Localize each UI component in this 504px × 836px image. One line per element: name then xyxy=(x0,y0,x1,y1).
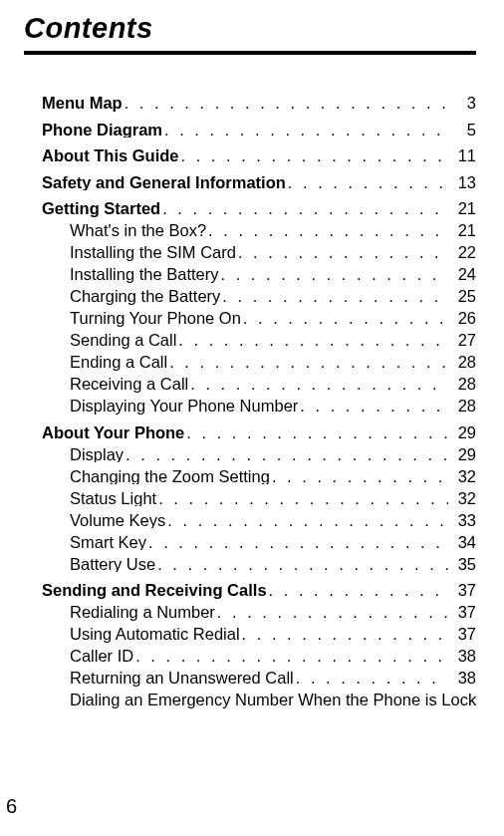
leader-dots xyxy=(179,147,449,164)
toc-label: Status Light xyxy=(70,490,156,507)
toc-label: About Your Phone xyxy=(42,424,184,441)
toc-label: Display xyxy=(70,446,124,463)
toc-page: 28 xyxy=(448,398,476,415)
toc-entry: About This Guide 11 xyxy=(24,147,476,164)
leader-dots xyxy=(162,122,448,139)
toc-label: Dialing an Emergency Number When the Pho… xyxy=(70,692,476,708)
toc-section: About This Guide 11 xyxy=(24,147,476,164)
leader-dots xyxy=(188,376,448,393)
toc-label: Receiving a Call xyxy=(70,376,188,393)
toc-subentry: Using Automatic Redial 37 xyxy=(24,626,476,643)
toc-section: Phone Diagram 5 xyxy=(24,122,476,139)
leader-dots xyxy=(160,200,448,217)
toc-subentry: Sending a Call 27 xyxy=(24,332,476,349)
toc-label: Sending and Receiving Calls xyxy=(42,582,267,599)
toc-label: Smart Key xyxy=(70,534,146,551)
toc-section: Sending and Receiving Calls 37 Redialing… xyxy=(24,582,476,708)
leader-dots xyxy=(165,512,448,529)
leader-dots xyxy=(133,648,448,665)
toc-label: Returning an Unanswered Call xyxy=(70,670,294,687)
leader-dots xyxy=(270,468,448,485)
toc-page: 21 xyxy=(448,222,476,239)
toc-page: 25 xyxy=(448,288,476,305)
toc-subentry: Changing the Zoom Setting 32 xyxy=(24,468,476,485)
toc-label: Sending a Call xyxy=(70,332,176,349)
toc-subentry: Charging the Battery 25 xyxy=(24,288,476,305)
toc-page: 28 xyxy=(448,376,476,393)
toc-subentry: Redialing a Number 37 xyxy=(24,604,476,621)
toc-subentry: Caller ID 38 xyxy=(24,648,476,665)
toc-subentry: Installing the Battery 24 xyxy=(24,266,476,283)
toc-entry: Menu Map 3 xyxy=(24,95,476,112)
leader-dots xyxy=(124,446,448,463)
toc-page: 38 xyxy=(448,648,476,665)
toc-subentry: Dialing an Emergency Number When the Pho… xyxy=(24,692,476,708)
toc-page: 29 xyxy=(448,446,476,463)
toc-subentry: Displaying Your Phone Number 28 xyxy=(24,398,476,415)
toc-page: 37 xyxy=(448,604,476,621)
toc-page: 35 xyxy=(448,556,476,573)
toc-page: 32 xyxy=(448,490,476,507)
toc-page: 28 xyxy=(448,354,476,371)
leader-dots xyxy=(155,556,448,573)
leader-dots xyxy=(298,398,448,415)
toc-subentry: Installing the SIM Card 22 xyxy=(24,244,476,261)
leader-dots xyxy=(220,288,448,305)
toc-page: 37 xyxy=(448,626,476,643)
toc-subentry: Receiving a Call 28 xyxy=(24,376,476,393)
leader-dots xyxy=(156,490,448,507)
leader-dots xyxy=(241,310,448,327)
toc-page: 27 xyxy=(448,332,476,349)
toc-entry: Getting Started 21 xyxy=(24,200,476,217)
toc-subentry: Volume Keys 33 xyxy=(24,512,476,529)
toc-entry: About Your Phone 29 xyxy=(24,424,476,441)
leader-dots xyxy=(146,534,448,551)
toc-page: 33 xyxy=(448,512,476,529)
leader-dots xyxy=(123,95,448,112)
leader-dots xyxy=(176,332,448,349)
leader-dots xyxy=(167,354,448,371)
toc-label: Charging the Battery xyxy=(70,288,220,305)
toc-subentry: Smart Key 34 xyxy=(24,534,476,551)
toc-label: Installing the SIM Card xyxy=(70,244,236,261)
toc-section: About Your Phone 29 Display 29 Changing … xyxy=(24,424,476,573)
leader-dots xyxy=(240,626,448,643)
toc-page: 24 xyxy=(448,266,476,283)
toc-entry: Sending and Receiving Calls 37 xyxy=(24,582,476,599)
leader-dots xyxy=(206,222,448,239)
leader-dots xyxy=(184,424,448,441)
toc-page: 34 xyxy=(448,534,476,551)
toc-subentry: Returning an Unanswered Call 38 xyxy=(24,670,476,687)
toc-subentry: Ending a Call 28 xyxy=(24,354,476,371)
toc-label: Ending a Call xyxy=(70,354,167,371)
toc-page: 3 xyxy=(448,95,476,112)
table-of-contents: Menu Map 3 Phone Diagram 5 About This Gu… xyxy=(24,95,476,708)
horizontal-rule xyxy=(24,51,476,55)
toc-subentry: Display 29 xyxy=(24,446,476,463)
toc-page: 37 xyxy=(448,582,476,599)
toc-label: Installing the Battery xyxy=(70,266,219,283)
contents-heading: Contents xyxy=(24,12,476,45)
toc-label: Caller ID xyxy=(70,648,133,665)
toc-label: Menu Map xyxy=(42,95,123,112)
toc-page: 11 xyxy=(448,147,476,164)
toc-subentry: Battery Use 35 xyxy=(24,556,476,573)
toc-section: Menu Map 3 xyxy=(24,95,476,112)
page-number: 6 xyxy=(6,795,17,818)
toc-page: 22 xyxy=(448,244,476,261)
toc-subentry: Turning Your Phone On 26 xyxy=(24,310,476,327)
toc-label: Turning Your Phone On xyxy=(70,310,241,327)
leader-dots xyxy=(215,604,448,621)
toc-label: Volume Keys xyxy=(70,512,165,529)
toc-label: Phone Diagram xyxy=(42,122,162,139)
toc-label: Battery Use xyxy=(70,556,155,573)
leader-dots xyxy=(286,174,448,191)
leader-dots xyxy=(236,244,448,261)
toc-page: 32 xyxy=(448,468,476,485)
toc-entry: Phone Diagram 5 xyxy=(24,122,476,139)
toc-label: Using Automatic Redial xyxy=(70,626,240,643)
toc-label: What's in the Box? xyxy=(70,222,206,239)
toc-subentry: Status Light 32 xyxy=(24,490,476,507)
toc-page: 5 xyxy=(448,122,476,139)
toc-entry: Safety and General Information 13 xyxy=(24,174,476,191)
